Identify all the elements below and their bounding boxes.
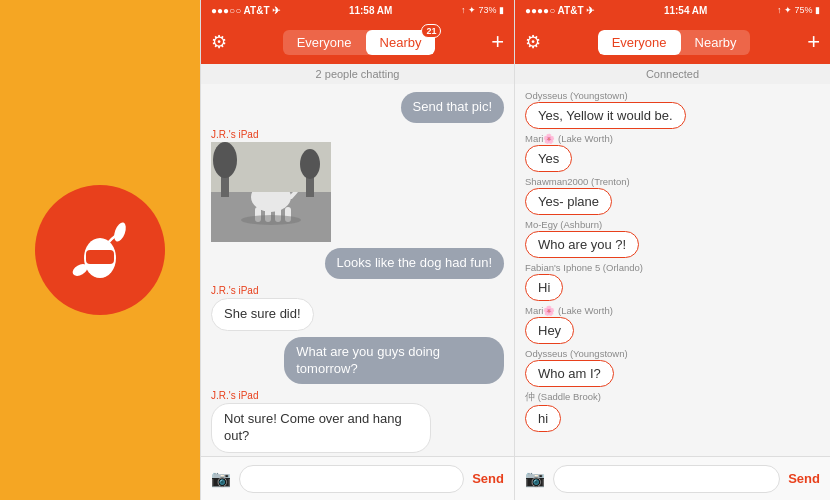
message-bubble: Who are you ?! (525, 231, 639, 258)
time-right: 11:54 AM (664, 5, 708, 16)
chat-input-right[interactable] (553, 465, 780, 493)
sender-label: Shawman2000 (Trenton) (525, 176, 630, 187)
right-phone: ●●●●○ AT&T ✈ 11:54 AM ↑ ✦ 75% ▮ ⚙ Everyo… (515, 0, 830, 500)
message-bubble: hi (525, 405, 561, 432)
message-bubble: Hi (525, 274, 563, 301)
tab-everyone-right[interactable]: Everyone (598, 30, 681, 55)
time-middle: 11:58 AM (349, 5, 393, 16)
tab-group-middle: Everyone Nearby 21 (283, 30, 436, 55)
connected-header: Connected (515, 64, 830, 84)
message-row: Mari🌸 (Lake Worth) Hey (525, 305, 820, 344)
chat-footer-right: 📷 Send (515, 456, 830, 500)
message-row: 仲 (Saddle Brook) hi (525, 391, 820, 432)
message-bubble: Yes (525, 145, 572, 172)
message-row: Odysseus (Youngstown) Who am I? (525, 348, 820, 387)
message-bubble: What are you guys doing tomorrow? (284, 337, 504, 385)
chat-body-middle: Send that pic! J.R.'s iPad (201, 84, 514, 456)
message-row: Mari🌸 (Lake Worth) Yes (525, 133, 820, 172)
svg-point-17 (241, 215, 301, 225)
middle-phone: ●●●○○ AT&T ✈ 11:58 AM ↑ ✦ 73% ▮ ⚙ Everyo… (200, 0, 515, 500)
status-bar-middle: ●●●○○ AT&T ✈ 11:58 AM ↑ ✦ 73% ▮ (201, 0, 514, 20)
message-row: J.R.'s iPad Not sure! Come over and hang… (211, 390, 504, 453)
sender-label: J.R.'s iPad (211, 390, 258, 401)
message-row: Odysseus (Youngstown) Yes, Yellow it wou… (525, 90, 820, 129)
svg-point-20 (213, 142, 237, 178)
message-bubble: Not sure! Come over and hang out? (211, 403, 431, 453)
sender-label: Odysseus (Youngstown) (525, 90, 628, 101)
svg-rect-3 (86, 250, 114, 264)
sender-label: J.R.'s iPad (211, 129, 258, 140)
chat-subheader-middle: 2 people chatting (201, 64, 514, 84)
message-bubble: Who am I? (525, 360, 614, 387)
sender-label: 仲 (Saddle Brook) (525, 391, 601, 404)
add-button-right[interactable]: + (807, 31, 820, 53)
battery-icons-right: ↑ ✦ 75% ▮ (777, 5, 820, 15)
tab-nearby-right[interactable]: Nearby (681, 30, 751, 55)
message-row: Mo-Egy (Ashburn) Who are you ?! (525, 219, 820, 258)
message-bubble: Send that pic! (401, 92, 505, 123)
chat-image (211, 142, 331, 242)
sender-label: J.R.'s iPad (211, 285, 258, 296)
message-bubble: Yes- plane (525, 188, 612, 215)
message-row: Looks like the dog had fun! (211, 248, 504, 279)
battery-icons-middle: ↑ ✦ 73% ▮ (461, 5, 504, 15)
chat-input-middle[interactable] (239, 465, 464, 493)
badge-middle: 21 (421, 24, 441, 38)
message-bubble: Yes, Yellow it would be. (525, 102, 686, 129)
tab-toggle-middle: Everyone Nearby (283, 30, 436, 55)
message-row: Send that pic! (211, 92, 504, 123)
message-row: What are you guys doing tomorrow? (211, 337, 504, 385)
signal-right: ●●●●○ AT&T ✈ (525, 5, 594, 16)
message-row: J.R.'s iPad She sure did! (211, 285, 504, 331)
send-button-middle[interactable]: Send (472, 471, 504, 486)
sender-label: Odysseus (Youngstown) (525, 348, 628, 359)
sender-label: Mari🌸 (Lake Worth) (525, 305, 613, 316)
status-bar-right: ●●●●○ AT&T ✈ 11:54 AM ↑ ✦ 75% ▮ (515, 0, 830, 20)
camera-icon-middle[interactable]: 📷 (211, 469, 231, 488)
message-row: Shawman2000 (Trenton) Yes- plane (525, 176, 820, 215)
left-panel (0, 0, 200, 500)
send-button-right[interactable]: Send (788, 471, 820, 486)
message-bubble: She sure did! (211, 298, 314, 331)
message-row-image: J.R.'s iPad (211, 129, 504, 242)
message-row: Fabian's Iphone 5 (Orlando) Hi (525, 262, 820, 301)
nav-bar-right: ⚙ Everyone Nearby + (515, 20, 830, 64)
sender-label: Mari🌸 (Lake Worth) (525, 133, 613, 144)
svg-point-22 (300, 149, 320, 179)
add-button-middle[interactable]: + (491, 31, 504, 53)
chat-body-right: Odysseus (Youngstown) Yes, Yellow it wou… (515, 84, 830, 456)
sender-label: Mo-Egy (Ashburn) (525, 219, 602, 230)
settings-icon-middle[interactable]: ⚙ (211, 31, 227, 53)
chat-footer-middle: 📷 Send (201, 456, 514, 500)
sender-label: Fabian's Iphone 5 (Orlando) (525, 262, 643, 273)
app-logo (35, 185, 165, 315)
message-bubble: Looks like the dog had fun! (325, 248, 504, 279)
message-bubble: Hey (525, 317, 574, 344)
settings-icon-right[interactable]: ⚙ (525, 31, 541, 53)
tab-everyone-middle[interactable]: Everyone (283, 30, 366, 55)
signal-middle: ●●●○○ AT&T ✈ (211, 5, 280, 16)
nav-bar-middle: ⚙ Everyone Nearby 21 + (201, 20, 514, 64)
camera-icon-right[interactable]: 📷 (525, 469, 545, 488)
tab-group-right: Everyone Nearby (598, 30, 751, 55)
